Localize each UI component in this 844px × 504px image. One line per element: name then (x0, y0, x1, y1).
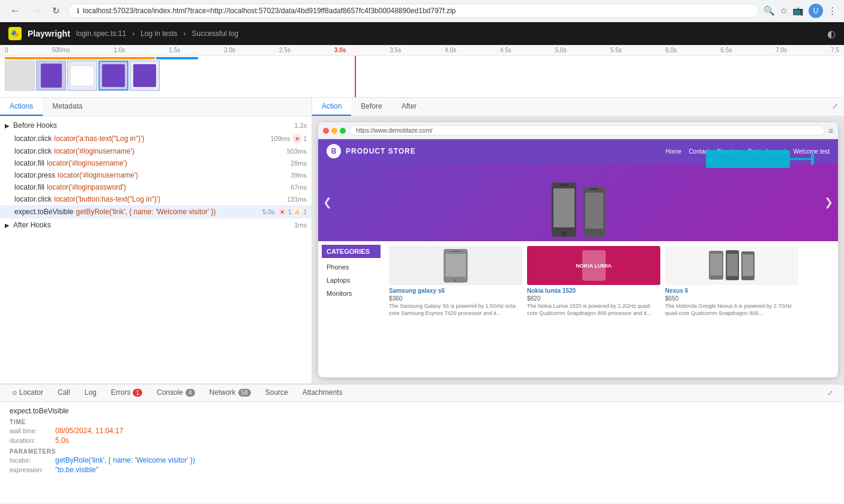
expand-icon[interactable]: ⤢ (826, 98, 844, 116)
timeline: 0 500ms 1.0s 1.5s 2.0s 2.5s 3.0s 3.5s 4.… (0, 45, 844, 98)
product-img-2 (665, 246, 798, 285)
tab-action[interactable]: Action (312, 98, 351, 116)
bottom-tab-console[interactable]: Console 4 (149, 385, 202, 401)
action-target-0: locator('a:has-text("Log in")') (54, 134, 145, 143)
action-time-6: 5.0s (262, 208, 275, 215)
screenshot-thumb-3[interactable] (67, 61, 97, 91)
product-price-2: $650 (665, 295, 798, 302)
before-hooks-chevron: ▶ (5, 122, 10, 129)
nav-forward-button[interactable]: → (28, 4, 44, 18)
breadcrumb-file: login.spec.ts:11 (76, 29, 126, 38)
tab-actions[interactable]: Actions (0, 98, 43, 116)
action-target-1: locator('#loginusername') (54, 147, 134, 155)
svg-rect-6 (590, 188, 598, 190)
category-phones[interactable]: Phones (322, 260, 381, 274)
locator-label: locator: (10, 457, 52, 464)
demo-site: B PRODUCT STORE Home Contact About us Ca… (318, 139, 838, 375)
playwright-title: Playwright (28, 29, 70, 38)
theme-toggle[interactable]: ◐ (827, 28, 836, 40)
left-panel-tabs: Actions Metadata (0, 98, 312, 116)
action-time-2: 28ms (291, 160, 307, 167)
profile-icon[interactable]: U (809, 4, 823, 18)
tick-35s: 3.5s (390, 47, 401, 53)
bottom-tab-source[interactable]: Source (258, 385, 295, 401)
params-section-label: PARAMETERS (10, 448, 834, 455)
product-0[interactable]: Samsung galaxy s6 $360 The Samsung Galax… (389, 246, 522, 317)
tick-55s: 5.5s (610, 47, 622, 53)
preview-area: https://www.demoblaze.com/ ≡ B PRODUCT S… (312, 116, 844, 383)
action-warn-badge-6: ⚠ (292, 207, 302, 217)
hero-arrow-right[interactable]: ❯ (824, 196, 833, 209)
action-item-6[interactable]: expect.toBeVisible getByRole('link', { n… (0, 205, 312, 218)
action-name-5: locator.click (14, 195, 52, 203)
timeline-screenshots (0, 57, 844, 94)
screenshot-thumb-4[interactable] (98, 61, 128, 91)
action-item-2[interactable]: locator.fill locator('#loginusername') 2… (0, 157, 312, 169)
bottom-tab-attachments[interactable]: Attachments (295, 385, 350, 401)
browser-chrome: ← → ↻ ℹ localhost:57023/trace/index.html… (0, 0, 844, 22)
cast-icon[interactable]: 📺 (792, 5, 804, 16)
address-bar[interactable]: ℹ localhost:57023/trace/index.html?trace… (68, 4, 759, 18)
menu-icon[interactable]: ⋮ (828, 5, 837, 16)
action-target-4: locator('#loginpassword') (47, 183, 126, 191)
category-monitors[interactable]: Monitors (322, 287, 381, 300)
action-item-1[interactable]: locator.click locator('#loginusername') … (0, 145, 312, 157)
nav-reload-button[interactable]: ↻ (49, 4, 63, 17)
category-laptops[interactable]: Laptops (322, 274, 381, 287)
preview-url-bar: https://www.demoblaze.com/ (349, 125, 825, 136)
screenshot-thumb[interactable] (5, 61, 35, 91)
product-price-0: $360 (389, 295, 522, 302)
tab-metadata[interactable]: Metadata (43, 98, 92, 116)
screenshot-thumb-5[interactable] (130, 61, 160, 91)
left-panel: Actions Metadata ▶ Before Hooks 1.2s loc… (0, 98, 312, 383)
action-item-5[interactable]: locator.click locator('button:has-text("… (0, 193, 312, 205)
svg-rect-12 (451, 251, 460, 252)
action-item-3[interactable]: locator.press locator('#loginusername') … (0, 169, 312, 181)
action-target-2: locator('#loginusername') (47, 159, 127, 167)
hero-arrow-left[interactable]: ❮ (323, 196, 332, 209)
right-panel: Action Before After ⤢ https://www.demobl… (312, 98, 844, 383)
url-text: localhost:57023/trace/index.html?trace=h… (83, 7, 456, 15)
svg-point-3 (562, 232, 565, 235)
nav-back-button[interactable]: ← (7, 4, 23, 18)
traffic-light-yellow (331, 128, 337, 134)
demo-brand-name: PRODUCT STORE (346, 147, 416, 155)
before-hooks-group[interactable]: ▶ Before Hooks 1.2s (0, 119, 312, 132)
screenshot-thumb-2[interactable] (36, 61, 66, 91)
duration-value: 5.0s (55, 436, 69, 445)
product-name-0[interactable]: Samsung galaxy s6 (389, 287, 522, 294)
action-time-3: 39ms (291, 172, 307, 179)
breadcrumb-sep2: › (184, 29, 186, 38)
tab-before[interactable]: Before (351, 98, 391, 116)
product-name-1[interactable]: Nokia lumia 1520 (527, 287, 660, 294)
bottom-tab-log[interactable]: Log (77, 385, 104, 401)
product-2[interactable]: Nexus 6 $650 The Motorola Google Nexus 6… (665, 246, 798, 317)
product-name-2[interactable]: Nexus 6 (665, 287, 798, 294)
action-item-0[interactable]: locator.click locator('a:has-text("Log i… (0, 132, 312, 145)
categories-title: CATEGORIES (322, 245, 381, 258)
action-error-badge-0: ✕ (292, 134, 302, 143)
demo-content: CATEGORIES Phones Laptops Monitors (318, 241, 838, 322)
bottom-tab-errors[interactable]: Errors 1 (104, 385, 149, 401)
bottom-expand-icon[interactable]: ⤢ (821, 385, 839, 401)
action-item-4[interactable]: locator.fill locator('#loginpassword') 6… (0, 181, 312, 193)
locator-value: getByRole('link', { name: 'Welcome visit… (55, 456, 195, 464)
search-icon[interactable]: 🔍 (764, 5, 775, 16)
after-hooks-group[interactable]: ▶ After Hooks 1ms (0, 218, 312, 232)
timeline-ruler: 0 500ms 1.0s 1.5s 2.0s 2.5s 3.0s 3.5s 4.… (0, 45, 844, 56)
svg-rect-11 (445, 254, 466, 277)
traffic-light-green (340, 128, 346, 134)
bookmark-icon[interactable]: ☆ (780, 5, 788, 16)
tab-after[interactable]: After (392, 98, 426, 116)
product-1[interactable]: NOKIA LUMIA Nokia lumia 1520 $820 The No… (527, 246, 660, 317)
bottom-tab-locator[interactable]: ⊙ Locator (5, 385, 50, 401)
phone-svg-2 (582, 185, 606, 238)
bottom-tab-network[interactable]: Network 58 (202, 385, 258, 401)
action-target-3: locator('#loginusername') (58, 171, 138, 179)
product-img-0 (389, 246, 522, 285)
nav-home[interactable]: Home (666, 148, 682, 155)
product-desc-2: The Motorola Google Nexus 6 is powered b… (665, 303, 798, 317)
bottom-tab-call[interactable]: Call (50, 385, 77, 401)
duration-label: duration: (10, 437, 52, 444)
demo-products: Samsung galaxy s6 $360 The Samsung Galax… (384, 241, 838, 322)
